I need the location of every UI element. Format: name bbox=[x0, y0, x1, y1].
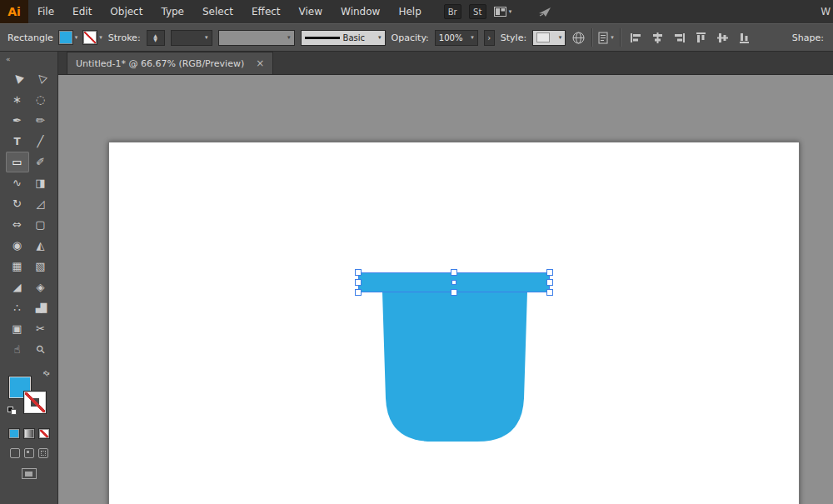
collapse-panel-button[interactable]: « bbox=[0, 52, 57, 65]
stroke-swatch[interactable] bbox=[24, 392, 46, 413]
handle-mid-right[interactable] bbox=[547, 280, 553, 286]
close-icon[interactable]: × bbox=[256, 57, 264, 69]
gradient-tool[interactable]: ▧ bbox=[29, 256, 52, 277]
rotate-tool[interactable]: ↻ bbox=[6, 193, 29, 214]
symbol-sprayer-tool[interactable]: ∴ bbox=[6, 297, 29, 318]
menu-item[interactable]: View bbox=[290, 0, 332, 23]
chevron-down-icon: ▾ bbox=[378, 35, 382, 41]
document-tab[interactable]: Untitled-1* @ 66.67% (RGB/Preview) × bbox=[67, 52, 273, 74]
align-horizontal-center-icon[interactable] bbox=[651, 32, 664, 44]
shaper-tool[interactable]: ∿ bbox=[6, 172, 29, 193]
style-swatch bbox=[536, 32, 550, 42]
handle-bottom-left[interactable] bbox=[356, 290, 362, 296]
mesh-tool[interactable]: ▦ bbox=[6, 256, 29, 277]
style-dropdown[interactable]: ▾ bbox=[532, 30, 566, 46]
menu-item[interactable]: Select bbox=[193, 0, 242, 23]
menu-item[interactable]: Help bbox=[389, 0, 430, 23]
direct-selection-tool[interactable]: ▷ bbox=[29, 68, 52, 89]
tool-icon: ◈ bbox=[37, 282, 45, 292]
fill-color-control[interactable]: ▾ bbox=[59, 31, 78, 44]
stock-button[interactable]: St bbox=[469, 4, 486, 19]
default-swatches-icon[interactable] bbox=[7, 407, 17, 415]
tool-icon: ☝ bbox=[14, 344, 21, 355]
handle-bottom-center[interactable] bbox=[451, 290, 457, 296]
opacity-dropdown[interactable]: 100% ▾ bbox=[435, 30, 478, 46]
stroke-color-control[interactable]: ▾ bbox=[83, 31, 102, 44]
tool-icon: T bbox=[13, 137, 20, 147]
gpu-performance-icon[interactable] bbox=[537, 5, 554, 18]
draw-inside-mode-button[interactable] bbox=[38, 448, 48, 458]
blend-tool[interactable]: ◈ bbox=[29, 277, 52, 297]
arrange-documents-icon bbox=[494, 7, 506, 17]
curvature-tool[interactable]: ✏ bbox=[29, 110, 52, 131]
arrange-documents-control[interactable]: ▾ bbox=[494, 7, 512, 17]
align-horizontal-left-icon[interactable] bbox=[630, 32, 642, 44]
stroke-weight-dropdown[interactable]: ▾ bbox=[171, 30, 212, 46]
eraser-tool[interactable]: ◨ bbox=[29, 172, 52, 193]
menu-item[interactable]: Edit bbox=[63, 0, 101, 23]
opacity-flyout-button[interactable]: › bbox=[484, 30, 495, 46]
tool-icon: ◉ bbox=[12, 240, 22, 251]
stroke-style-dropdown[interactable]: Basic ▾ bbox=[301, 30, 386, 46]
draw-behind-mode-button[interactable] bbox=[24, 448, 34, 458]
eyedropper-tool[interactable]: ◢ bbox=[6, 277, 29, 297]
fill-color-swatch[interactable] bbox=[59, 31, 72, 44]
draw-normal-mode-button[interactable] bbox=[10, 448, 20, 458]
menu-item[interactable]: File bbox=[28, 0, 63, 23]
free-transform-tool[interactable]: ▢ bbox=[29, 214, 52, 235]
paintbrush-tool[interactable]: ✐ bbox=[29, 152, 52, 172]
width-profile-dropdown[interactable]: ▾ bbox=[218, 30, 295, 46]
align-controls bbox=[630, 32, 751, 44]
main-menus: FileEditObjectTypeSelectEffectViewWindow… bbox=[28, 0, 431, 23]
artboard-tool[interactable]: ▣ bbox=[6, 318, 29, 339]
handle-top-right[interactable] bbox=[547, 270, 553, 276]
zoom-tool[interactable]: ⚲ bbox=[29, 339, 52, 360]
color-button[interactable] bbox=[8, 428, 20, 439]
magic-wand-tool[interactable]: ∗ bbox=[6, 89, 29, 110]
menu-item[interactable]: Window bbox=[332, 0, 389, 23]
globe-icon[interactable] bbox=[571, 31, 586, 45]
drawing-mode-buttons bbox=[0, 448, 57, 458]
rectangle-tool[interactable]: ▭ bbox=[6, 152, 29, 172]
none-button[interactable] bbox=[38, 428, 50, 439]
type-tool[interactable]: T bbox=[6, 131, 29, 152]
selected-tool-label: Rectangle bbox=[7, 32, 53, 43]
scale-tool[interactable]: ◿ bbox=[29, 193, 52, 214]
menu-item[interactable]: Object bbox=[101, 0, 152, 23]
stepper-down-icon[interactable]: ▼ bbox=[153, 37, 157, 42]
document-setup-control[interactable]: ▾ bbox=[598, 32, 614, 44]
tool-icon: ╱ bbox=[37, 136, 44, 147]
perspective-grid-tool[interactable]: ◭ bbox=[29, 235, 52, 256]
selection-tool[interactable]: ▶ bbox=[6, 68, 29, 89]
align-vertical-center-icon[interactable] bbox=[716, 32, 729, 44]
align-vertical-top-icon[interactable] bbox=[695, 32, 707, 44]
bucket-shape[interactable] bbox=[358, 272, 550, 442]
width-tool[interactable]: ⇔ bbox=[6, 214, 29, 235]
hand-tool[interactable]: ☝ bbox=[6, 339, 29, 360]
align-horizontal-right-icon[interactable] bbox=[673, 32, 686, 44]
document-setup-icon bbox=[598, 32, 608, 44]
center-point-handle[interactable] bbox=[452, 281, 456, 285]
canvas[interactable] bbox=[58, 75, 833, 504]
bucket-body[interactable] bbox=[382, 292, 527, 442]
pen-tool[interactable]: ✒ bbox=[6, 110, 29, 131]
swap-fill-stroke-icon[interactable]: ⇄ bbox=[42, 368, 52, 378]
gradient-button[interactable] bbox=[23, 428, 35, 439]
handle-top-left[interactable] bbox=[356, 270, 362, 276]
bridge-button[interactable]: Br bbox=[444, 4, 461, 19]
stroke-weight-stepper[interactable]: ▲ ▼ bbox=[147, 30, 165, 46]
screen-mode-button[interactable] bbox=[22, 468, 37, 479]
align-vertical-bottom-icon[interactable] bbox=[738, 32, 751, 44]
menu-item[interactable]: Effect bbox=[242, 0, 290, 23]
column-graph-tool[interactable]: ▄█ bbox=[29, 297, 52, 318]
line-segment-tool[interactable]: ╱ bbox=[29, 131, 52, 152]
handle-bottom-right[interactable] bbox=[547, 290, 553, 296]
lasso-tool[interactable]: ◌ bbox=[29, 89, 52, 110]
shape-builder-tool[interactable]: ◉ bbox=[6, 235, 29, 256]
tool-icon: ✐ bbox=[36, 157, 45, 167]
handle-mid-left[interactable] bbox=[356, 280, 362, 286]
stroke-color-swatch[interactable] bbox=[83, 31, 97, 44]
slice-tool[interactable]: ✂ bbox=[29, 318, 52, 339]
handle-top-center[interactable] bbox=[451, 270, 457, 276]
menu-item[interactable]: Type bbox=[152, 0, 193, 23]
